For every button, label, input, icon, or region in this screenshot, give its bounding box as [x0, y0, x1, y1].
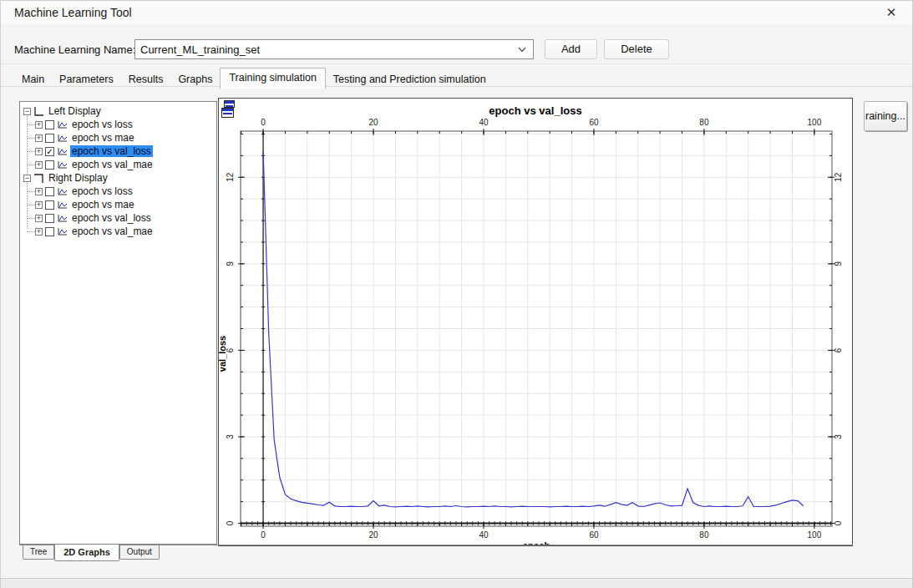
tree-group-label[interactable]: Right Display	[47, 172, 109, 184]
line-chart-icon	[57, 147, 68, 156]
expand-toggle-icon[interactable]: +	[35, 228, 43, 236]
training-plot: 002020404060608080100100003366991212epoc…	[219, 99, 852, 545]
ml-name-combobox[interactable]	[134, 39, 534, 59]
svg-text:0: 0	[834, 520, 843, 525]
svg-text:20: 20	[368, 530, 378, 540]
tree-item-left-display-epoch-vs-mae[interactable]: +epoch vs mae	[20, 131, 216, 144]
line-chart-icon	[57, 187, 68, 196]
expand-toggle-icon[interactable]: +	[35, 188, 43, 195]
line-chart-icon	[57, 134, 68, 143]
tab-results[interactable]: Results	[121, 71, 171, 89]
expand-toggle-icon[interactable]: +	[35, 134, 43, 142]
tree-connector-line	[27, 114, 28, 229]
svg-text:val_loss: val_loss	[219, 336, 227, 372]
tree-item-label[interactable]: epoch vs mae	[70, 132, 136, 144]
window-bottom-area	[1, 579, 912, 588]
bottom-tab-tree[interactable]: Tree	[23, 545, 54, 560]
tree-item-label[interactable]: epoch vs loss	[70, 185, 134, 197]
expand-toggle-icon[interactable]: +	[35, 161, 43, 169]
tree-item-right-display-epoch-vs-mae[interactable]: +epoch vs mae	[20, 198, 216, 211]
checkbox-unchecked[interactable]	[45, 200, 54, 210]
svg-text:60: 60	[589, 530, 599, 540]
bottom-tab-output[interactable]: Output	[119, 545, 160, 560]
tree-item-label[interactable]: epoch vs val_mae	[70, 159, 155, 170]
svg-text:0: 0	[261, 118, 266, 127]
window-title: Machine Learning Tool	[14, 6, 132, 19]
bottom-tab-strip: Tree2D GraphsOutput	[23, 545, 160, 563]
svg-text:40: 40	[479, 530, 489, 540]
tree-item-right-display-epoch-vs-val-mae[interactable]: +epoch vs val_mae	[20, 225, 216, 238]
tab-testing-and-prediction-simulation[interactable]: Testing and Prediction simulation	[326, 71, 494, 89]
tab-strip: MainParametersResultsGraphsTraining simu…	[14, 69, 494, 87]
svg-text:9: 9	[834, 261, 843, 266]
graph-panel: epoch vs val_loss 0020204040606080801001…	[218, 98, 853, 546]
expand-toggle-icon[interactable]: +	[35, 121, 43, 129]
line-chart-icon	[57, 200, 68, 210]
expand-toggle-icon[interactable]: +	[35, 148, 43, 155]
add-button[interactable]: Add	[545, 39, 597, 59]
svg-text:100: 100	[808, 118, 822, 127]
checkbox-unchecked[interactable]	[45, 120, 54, 129]
expand-toggle-icon[interactable]: +	[35, 215, 43, 222]
ml-name-label: Machine Learning Name:	[14, 43, 135, 56]
tab-main[interactable]: Main	[14, 71, 52, 89]
tab-training-simulation[interactable]: Training simulation	[220, 68, 325, 89]
close-icon[interactable]: ✕	[882, 4, 900, 21]
svg-text:9: 9	[226, 261, 235, 266]
svg-text:0: 0	[226, 520, 235, 525]
right-axes-icon	[33, 173, 44, 184]
tree-item-left-display-epoch-vs-loss[interactable]: +epoch vs loss	[20, 118, 216, 131]
title-bar: Machine Learning Tool ✕	[1, 1, 912, 24]
bottom-tab-2d-graphs[interactable]: 2D Graphs	[54, 545, 119, 561]
expand-toggle-icon[interactable]: +	[35, 201, 43, 209]
training-button-clipped[interactable]: raining...	[864, 101, 907, 131]
line-chart-icon	[57, 160, 68, 170]
svg-text:80: 80	[699, 530, 709, 540]
svg-text:3: 3	[226, 434, 235, 439]
display-tree: −Left Display+epoch vs loss+epoch vs mae…	[20, 102, 216, 238]
tree-item-right-display-epoch-vs-val-loss[interactable]: +epoch vs val_loss	[20, 211, 216, 225]
svg-text:80: 80	[699, 118, 709, 127]
line-chart-icon	[57, 214, 68, 223]
svg-text:3: 3	[834, 434, 843, 439]
tab-parameters[interactable]: Parameters	[52, 71, 121, 89]
tree-group-right-display[interactable]: −Right Display	[20, 171, 216, 185]
checkbox-unchecked[interactable]	[45, 134, 54, 143]
checkbox-unchecked[interactable]	[45, 214, 54, 223]
svg-text:12: 12	[834, 172, 843, 182]
checkbox-unchecked[interactable]	[45, 160, 54, 170]
delete-button[interactable]: Delete	[604, 39, 669, 59]
tree-item-label[interactable]: epoch vs mae	[70, 199, 136, 210]
separator-line	[1, 63, 912, 64]
checkbox-unchecked[interactable]	[45, 187, 54, 196]
tree-group-left-display[interactable]: −Left Display	[20, 104, 216, 118]
line-chart-icon	[57, 120, 68, 129]
tab-graphs[interactable]: Graphs	[170, 71, 220, 89]
checkbox-unchecked[interactable]	[45, 227, 54, 236]
tree-item-label[interactable]: epoch vs loss	[70, 119, 134, 130]
svg-text:20: 20	[368, 118, 378, 127]
svg-text:60: 60	[589, 118, 599, 127]
svg-text:40: 40	[479, 118, 489, 127]
display-tree-panel: −Left Display+epoch vs loss+epoch vs mae…	[19, 101, 217, 545]
svg-text:100: 100	[808, 530, 822, 540]
svg-text:12: 12	[226, 172, 235, 182]
left-axes-icon	[33, 106, 44, 117]
tree-group-label[interactable]: Left Display	[47, 105, 103, 117]
svg-text:0: 0	[261, 530, 266, 540]
machine-learning-tool-window: Machine Learning Tool ✕ Machine Learning…	[0, 0, 913, 588]
line-chart-icon	[57, 227, 68, 236]
tree-item-left-display-epoch-vs-val-mae[interactable]: +epoch vs val_mae	[20, 158, 216, 171]
tree-item-left-display-epoch-vs-val-loss[interactable]: +✓epoch vs val_loss	[20, 144, 216, 158]
svg-text:6: 6	[834, 347, 843, 352]
collapse-toggle-icon[interactable]: −	[23, 108, 31, 115]
tree-item-right-display-epoch-vs-loss[interactable]: +epoch vs loss	[20, 185, 216, 198]
checkbox-checked[interactable]: ✓	[45, 147, 54, 156]
tree-item-label[interactable]: epoch vs val_loss	[70, 212, 153, 224]
tree-item-label[interactable]: epoch vs val_mae	[70, 226, 155, 237]
val-loss-series-line	[263, 151, 804, 507]
tree-item-label[interactable]: epoch vs val_loss	[70, 145, 153, 157]
collapse-toggle-icon[interactable]: −	[23, 175, 31, 182]
chart-title: epoch vs val_loss	[219, 104, 852, 117]
